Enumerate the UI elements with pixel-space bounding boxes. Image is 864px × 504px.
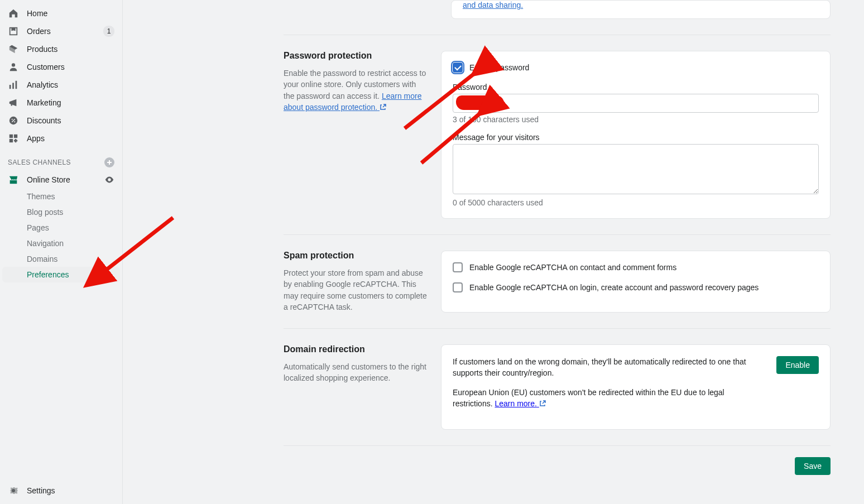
svg-rect-10 [9, 139, 13, 142]
data-sharing-link[interactable]: and data sharing. [463, 1, 523, 9]
domain-redirect-info-2: European Union (EU) customers won't be r… [453, 387, 765, 410]
sidebar-subitem-label: Domains [27, 255, 114, 263]
sidebar-item-apps[interactable]: Apps [0, 129, 122, 147]
sidebar-item-label: Online Store [27, 175, 104, 184]
enable-password-checkbox[interactable] [453, 63, 463, 73]
section-title: Password protection [284, 51, 428, 61]
marketing-icon [8, 97, 19, 108]
visitor-message-char-counter: 0 of 5000 characters used [453, 198, 819, 207]
sidebar-item-products[interactable]: Products [0, 40, 122, 58]
section-domain-redirection: Domain redirection Automatically send cu… [284, 328, 831, 429]
password-input[interactable] [453, 94, 819, 113]
svg-rect-3 [12, 83, 14, 89]
sidebar-subitem-label: Blog posts [27, 208, 114, 217]
svg-point-6 [12, 119, 13, 120]
sidebar-item-label: Home [27, 9, 114, 18]
sidebar-subitem-pages[interactable]: Pages [0, 220, 122, 236]
add-channel-icon[interactable] [104, 157, 114, 167]
sidebar-item-customers[interactable]: Customers [0, 58, 122, 76]
section-description: Automatically send customers to the righ… [284, 361, 428, 384]
svg-rect-13 [10, 180, 17, 184]
sidebar-item-label: Settings [27, 486, 114, 495]
enable-domain-button[interactable]: Enable [776, 356, 819, 374]
sidebar-subitem-domains[interactable]: Domains [0, 251, 122, 267]
sidebar-item-orders[interactable]: Orders 1 [0, 22, 122, 40]
sidebar-item-label: Marketing [27, 98, 114, 107]
svg-rect-4 [16, 81, 17, 89]
recaptcha-login-label: Enable Google reCAPTCHA on login, create… [469, 283, 759, 292]
password-card: Enable password Password 3 of 100 charac… [441, 51, 831, 219]
sidebar-subitem-preferences[interactable]: Preferences [2, 267, 120, 282]
recaptcha-contact-checkbox[interactable] [453, 262, 463, 272]
discounts-icon [8, 115, 19, 126]
learn-more-domain-link[interactable]: Learn more. [495, 399, 545, 408]
sidebar-subitem-label: Preferences [27, 270, 112, 279]
sidebar-subitem-label: Pages [27, 223, 114, 232]
spam-card: Enable Google reCAPTCHA on contact and c… [441, 251, 831, 313]
sales-channels-label: SALES CHANNELS [8, 159, 71, 166]
svg-point-1 [12, 63, 15, 66]
sidebar-subitem-label: Navigation [27, 239, 114, 248]
sidebar-item-label: Orders [27, 27, 103, 36]
orders-badge: 1 [103, 26, 114, 37]
view-store-icon[interactable] [104, 175, 114, 185]
domain-redirect-info-1: If customers land on the wrong domain, t… [453, 356, 765, 379]
orders-icon [8, 26, 19, 37]
domain-card: If customers land on the wrong domain, t… [441, 344, 831, 429]
external-link-icon [539, 399, 546, 410]
save-button[interactable]: Save [795, 457, 831, 475]
svg-point-7 [14, 121, 15, 122]
section-title: Spam protection [284, 251, 428, 261]
visitor-message-input[interactable] [453, 144, 819, 194]
password-char-counter: 3 of 100 characters used [453, 115, 819, 124]
main-content: and data sharing. Password protection En… [123, 0, 864, 504]
sidebar-item-settings[interactable]: Settings [0, 482, 122, 500]
sidebar-item-marketing[interactable]: Marketing [0, 94, 122, 112]
sidebar-item-label: Discounts [27, 116, 114, 125]
sidebar-subitem-themes[interactable]: Themes [0, 189, 122, 204]
home-icon [8, 8, 19, 19]
sidebar-item-home[interactable]: Home [0, 4, 122, 22]
sidebar-item-discounts[interactable]: Discounts [0, 112, 122, 129]
enable-password-label: Enable password [469, 63, 529, 72]
section-spam-protection: Spam protection Protect your store from … [284, 234, 831, 313]
sidebar-subitem-label: Themes [27, 192, 114, 201]
svg-rect-8 [9, 135, 13, 138]
sidebar: Home Orders 1 Products Customers Analyti… [0, 0, 123, 504]
external-link-icon [380, 102, 386, 113]
sidebar-subitem-navigation[interactable]: Navigation [0, 236, 122, 251]
svg-rect-9 [14, 135, 17, 138]
visitor-message-label: Message for your visitors [453, 133, 819, 142]
recaptcha-login-checkbox[interactable] [453, 282, 463, 292]
analytics-icon [8, 79, 19, 90]
sidebar-subitem-blog-posts[interactable]: Blog posts [0, 204, 122, 220]
apps-icon [8, 133, 19, 144]
customers-icon [8, 61, 19, 73]
sales-channels-heading: SALES CHANNELS [0, 147, 122, 171]
section-title: Domain redirection [284, 344, 428, 354]
page-footer-actions: Save [284, 445, 831, 475]
svg-rect-12 [14, 140, 17, 142]
section-description: Protect your store from spam and abuse b… [284, 267, 428, 313]
sidebar-item-label: Analytics [27, 80, 114, 89]
password-field-label: Password [453, 83, 819, 92]
recaptcha-contact-label: Enable Google reCAPTCHA on contact and c… [469, 263, 676, 272]
svg-rect-2 [9, 85, 11, 89]
gear-icon [8, 485, 19, 496]
section-description: Enable the password to restrict access t… [284, 68, 428, 113]
sidebar-item-label: Products [27, 45, 114, 54]
sidebar-item-analytics[interactable]: Analytics [0, 76, 122, 94]
products-icon [8, 44, 19, 55]
section-password-protection: Password protection Enable the password … [284, 35, 831, 219]
data-sharing-card-tail: and data sharing. [451, 0, 831, 19]
sidebar-item-label: Customers [27, 63, 114, 71]
online-store-submenu: Themes Blog posts Pages Navigation Domai… [0, 189, 122, 282]
sidebar-item-online-store[interactable]: Online Store [0, 171, 122, 189]
sidebar-item-label: Apps [27, 134, 114, 143]
store-icon [8, 174, 19, 185]
